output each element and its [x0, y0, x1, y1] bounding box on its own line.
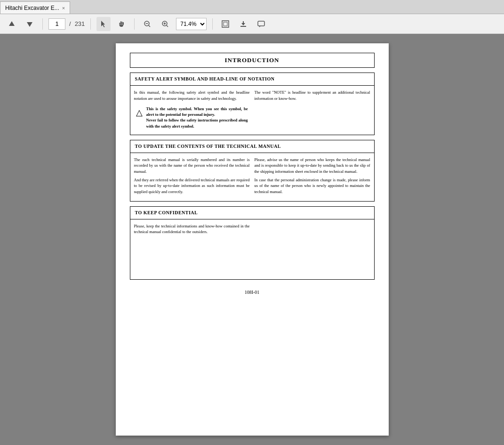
cursor-icon	[100, 20, 107, 28]
safety-col2-text: The word "NOTE" is headline to supplemen…	[255, 89, 370, 101]
section-safety-col1: In this manual, the following safety ale…	[134, 89, 250, 131]
zoom-in-button[interactable]	[158, 17, 172, 31]
sep4	[212, 18, 213, 30]
warning-block: △ This is the safety symbol. When you se…	[134, 104, 250, 131]
pdf-viewer[interactable]: INTRODUCTION SAFETY ALERT SYMBOL AND HEA…	[0, 34, 504, 445]
comment-icon	[257, 20, 265, 28]
update-col2-text2: In case that the personal administration…	[255, 177, 370, 194]
zoom-in-icon	[161, 20, 169, 28]
tab-title: Hitachi Excavator E...	[5, 5, 59, 11]
section-confidential-spacer	[130, 242, 374, 279]
page-title: INTRODUCTION	[130, 53, 375, 68]
section-confidential-content: Please, keep the technical informations …	[130, 219, 374, 242]
update-col1-text2: And they are referred when the delivered…	[134, 177, 250, 194]
warning-text: This is the safety symbol. When you see …	[146, 106, 248, 129]
page-down-button[interactable]	[23, 17, 37, 31]
safety-col1-text: In this manual, the following safety ale…	[134, 89, 250, 101]
hand-tool-button[interactable]	[114, 17, 128, 31]
confidential-col1-text: Please, keep the technical informations …	[134, 223, 250, 235]
section-update-col1: The each technical manual is serially nu…	[134, 157, 250, 197]
document-tab[interactable]: Hitachi Excavator E... ×	[0, 1, 70, 14]
zoom-out-icon	[144, 20, 151, 28]
section-confidential: TO KEEP CONFIDENTIAL Please, keep the te…	[130, 206, 375, 280]
section-safety-header: SAFETY ALERT SYMBOL AND HEAD-LINE OF NOT…	[130, 73, 374, 86]
page-total: 231	[75, 20, 85, 27]
page-number-input[interactable]: 1	[48, 18, 65, 30]
svg-rect-6	[120, 23, 120, 25]
zoom-select[interactable]: 71.4% 50% 75% 100% 125% 150%	[176, 18, 207, 30]
section-update-content: The each technical manual is serially nu…	[130, 153, 374, 201]
update-col2-text1: Please, advise us the name of person who…	[255, 157, 370, 174]
section-update-header: TO UPDATE THE CONTENTS OF THE TECHNICAL …	[130, 140, 374, 153]
svg-marker-0	[9, 21, 15, 26]
toolbar: 1 / 231 71.4%	[0, 14, 504, 34]
page-up-button[interactable]	[5, 17, 19, 31]
svg-rect-15	[224, 22, 227, 26]
section-safety-alert: SAFETY ALERT SYMBOL AND HEAD-LINE OF NOT…	[130, 73, 375, 135]
svg-rect-5	[123, 22, 124, 25]
comment-button[interactable]	[254, 17, 268, 31]
update-col1-text1: The each technical manual is serially nu…	[134, 157, 250, 174]
svg-marker-1	[27, 22, 32, 27]
fit-page-button[interactable]	[218, 17, 232, 31]
fit-page-icon	[221, 20, 230, 28]
page-footer: 108I-01	[130, 289, 375, 296]
down-arrow-icon	[26, 20, 33, 28]
svg-rect-4	[122, 22, 123, 25]
cursor-tool-button[interactable]	[96, 17, 111, 31]
svg-rect-18	[258, 21, 264, 26]
section-confidential-header: TO KEEP CONFIDENTIAL	[130, 207, 374, 219]
download-button[interactable]	[236, 17, 250, 31]
section-safety-col2: The word "NOTE" is headline to supplemen…	[255, 89, 370, 131]
svg-line-13	[167, 25, 168, 27]
section-update-col2: Please, advise us the name of person who…	[255, 157, 370, 197]
hand-icon	[118, 20, 125, 28]
pdf-page: INTRODUCTION SAFETY ALERT SYMBOL AND HEA…	[116, 43, 389, 436]
warning-triangle-icon: △	[136, 107, 143, 119]
tab-bar: Hitachi Excavator E... ×	[0, 0, 504, 14]
svg-rect-16	[240, 26, 246, 27]
sep2	[90, 18, 91, 30]
sep3	[134, 18, 135, 30]
download-icon	[240, 20, 247, 28]
sep1	[42, 18, 43, 30]
svg-marker-17	[241, 21, 245, 25]
zoom-out-button[interactable]	[140, 17, 154, 31]
svg-marker-19	[259, 26, 261, 27]
section-update: TO UPDATE THE CONTENTS OF THE TECHNICAL …	[130, 140, 375, 202]
up-arrow-icon	[8, 20, 16, 28]
svg-rect-14	[222, 21, 229, 27]
svg-rect-3	[120, 21, 121, 25]
tab-close-button[interactable]: ×	[62, 5, 65, 11]
section-confidential-col2	[255, 223, 370, 238]
page-separator: /	[69, 20, 71, 27]
svg-line-9	[149, 25, 150, 27]
svg-marker-2	[101, 21, 105, 27]
main-area: INTRODUCTION SAFETY ALERT SYMBOL AND HEA…	[0, 34, 504, 445]
section-confidential-col1: Please, keep the technical informations …	[134, 223, 250, 238]
section-safety-content: In this manual, the following safety ale…	[130, 86, 374, 135]
